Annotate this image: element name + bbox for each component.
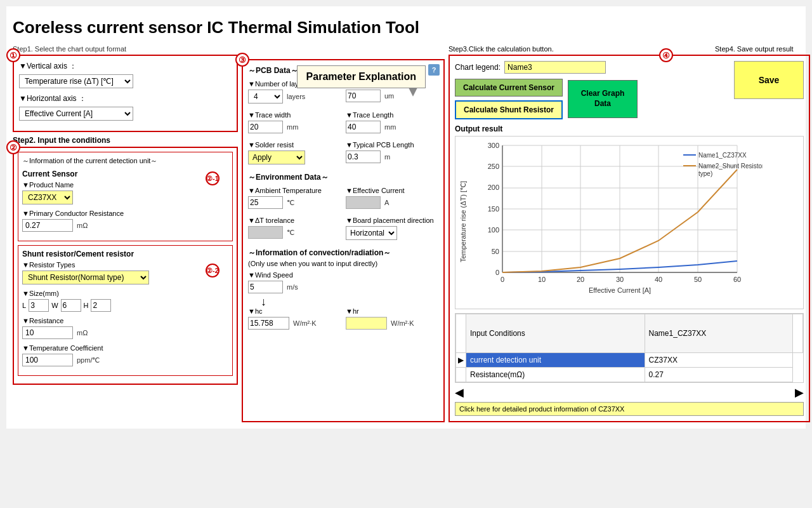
size-l-input[interactable] — [29, 299, 49, 312]
trace-length-input[interactable] — [346, 121, 381, 133]
save-button[interactable]: Save — [734, 61, 804, 99]
ambient-input[interactable] — [248, 196, 283, 209]
output-title: Output result — [455, 124, 804, 133]
table-row-2: Resistance(mΩ) 0.27 — [456, 368, 803, 382]
panel4-top-controls: Chart legend: Calculate Current Sensor C… — [455, 61, 804, 119]
trace-width-input[interactable] — [248, 121, 283, 133]
board-dir-select[interactable]: HorizontalVertical — [346, 226, 397, 240]
copper-unit: um — [384, 92, 394, 100]
product-link[interactable]: Click here for detailed product informat… — [455, 402, 804, 416]
hc-unit: W/m²·K — [293, 319, 317, 327]
layers-select[interactable]: 4268 — [248, 90, 283, 104]
env-title: ～Environment Data～ — [248, 172, 438, 183]
col-input-conditions: Input Conditions — [466, 314, 645, 353]
hr-input[interactable] — [346, 317, 387, 330]
h-label: H — [84, 302, 89, 309]
main-container: Coreless current sensor IC Thermal Simul… — [6, 6, 806, 429]
resistor-type-group: ▼Resistor Types Shunt Resistor(Normal ty… — [22, 261, 228, 284]
hc-input[interactable] — [248, 317, 289, 330]
svg-text:0: 0 — [501, 276, 504, 283]
product-name-select[interactable]: CZ37XX — [22, 190, 73, 204]
trace-width-unit: mm — [287, 123, 298, 131]
svg-text:Temperature rise (ΔT) [℃]: Temperature rise (ΔT) [℃] — [459, 181, 467, 262]
temp-coeff-unit: ppm/℃ — [77, 356, 100, 364]
prev-arrow[interactable]: ◀ — [455, 385, 464, 399]
copper-input[interactable] — [346, 90, 381, 102]
svg-text:100: 100 — [488, 226, 499, 234]
hr-row: W/m²·K — [346, 317, 438, 330]
horizontal-axis-label: ▼Horizontal axis ： — [19, 93, 232, 104]
size-w-input[interactable] — [61, 299, 81, 312]
clear-graph-button[interactable]: Clear Graph Data — [568, 80, 638, 118]
temp-coeff-group: ▼Temperature Coefficient ppm/℃ — [22, 344, 228, 366]
trace-length-row: mm — [346, 121, 438, 133]
resistor-type-select[interactable]: Shunt Resistor(Normal type) Cement Resis… — [22, 271, 149, 284]
trace-width-row: mm — [248, 121, 341, 133]
results-table-container: Input Conditions Name1_CZ37XX ▶ current … — [455, 313, 804, 383]
temp-coeff-input[interactable] — [22, 354, 73, 366]
svg-text:30: 30 — [616, 276, 624, 283]
resistance-label: ▼Resistance — [22, 317, 228, 324]
solder-section: ▼Solder resist ApplyNone — [248, 141, 341, 167]
table-nav: ◀ ▶ — [455, 385, 804, 399]
w-label: W — [51, 302, 58, 309]
next-arrow[interactable]: ▶ — [795, 385, 804, 399]
detection-title: ～Information of the current detection un… — [22, 156, 228, 166]
right-column: Step3.Click the calculation button. Step… — [449, 45, 804, 422]
scroll-col — [793, 314, 803, 353]
legend-label: Chart legend: — [455, 63, 501, 72]
delta-t-input[interactable] — [248, 226, 283, 239]
ambient-label: ▼Ambient Temperature — [248, 187, 341, 194]
conductor-group: ▼Primary Conductor Resistance 0.27 mΩ — [22, 210, 228, 232]
vertical-axis-select[interactable]: Temperature rise (ΔT) [℃] — [19, 74, 133, 88]
effective-row: A — [346, 196, 438, 209]
hc-section: ▼hc W/m²·K — [248, 307, 341, 332]
empty-cell — [456, 368, 466, 382]
legend-input[interactable] — [504, 61, 606, 74]
calc-shunt-button[interactable]: Calculate Shunt Resistor — [455, 100, 563, 119]
size-inputs: L W H — [22, 299, 228, 312]
delta-t-unit: ℃ — [287, 229, 294, 237]
ambient-row: ℃ — [248, 196, 341, 209]
svg-text:10: 10 — [538, 276, 546, 283]
detection-unit-panel: ～Information of the current detection un… — [18, 152, 233, 241]
size-h-input[interactable] — [91, 299, 111, 312]
ambient-section: ▼Ambient Temperature ℃ — [248, 187, 341, 211]
vertical-axis-label: ▼Vertical axis ： — [19, 61, 232, 72]
calc-sensor-button[interactable]: Calculate Current Sensor — [455, 79, 563, 97]
typical-pcb-row: m — [346, 150, 438, 163]
delta-t-label: ▼ΔT torelance — [248, 217, 341, 224]
resistor-types-label: ▼Resistor Types — [22, 261, 228, 269]
legend-row: Chart legend: — [455, 61, 728, 74]
svg-text:300: 300 — [488, 142, 499, 149]
svg-text:Name2_Shunt Resistor(Normal: Name2_Shunt Resistor(Normal — [698, 163, 763, 170]
panel4-left-controls: Chart legend: Calculate Current Sensor C… — [455, 61, 728, 119]
effective-input[interactable] — [346, 196, 381, 209]
typical-pcb-section: ▼Typical PCB Length m — [346, 141, 438, 167]
solder-label: ▼Solder resist — [248, 141, 341, 149]
typical-pcb-input[interactable] — [346, 150, 381, 163]
svg-text:40: 40 — [655, 276, 662, 283]
step4-label: Step4. Save output result — [715, 45, 804, 53]
board-dir-section: ▼Board placement direction HorizontalVer… — [346, 217, 438, 243]
resistance-input[interactable] — [22, 326, 73, 339]
solder-select[interactable]: ApplyNone — [248, 150, 305, 164]
delta-t-row: ℃ — [248, 226, 341, 239]
conductor-input[interactable]: 0.27 — [22, 219, 73, 232]
svg-text:50: 50 — [492, 248, 499, 255]
graph-container: Temperature rise (ΔT) [℃] — [455, 136, 804, 309]
save-area: Save — [734, 61, 804, 99]
step-labels-right: Step3.Click the calculation button. Step… — [449, 45, 804, 53]
wind-input[interactable] — [248, 281, 283, 293]
svg-text:0: 0 — [495, 269, 499, 276]
step1-label: Step1. Select the chart output format — [13, 45, 238, 53]
resistance-unit: mΩ — [77, 329, 88, 337]
svg-text:60: 60 — [733, 276, 741, 283]
wind-unit: m/s — [287, 283, 298, 291]
calc-btns-row: Calculate Current Sensor Calculate Shunt… — [455, 79, 728, 119]
results-table: Input Conditions Name1_CZ37XX ▶ current … — [455, 314, 803, 382]
expand-arrow[interactable]: ▶ — [456, 353, 466, 368]
svg-text:Name1_CZ37XX: Name1_CZ37XX — [698, 152, 747, 159]
horizontal-axis-select[interactable]: Effective Current [A] — [19, 107, 133, 121]
help-button[interactable]: ? — [428, 64, 440, 76]
